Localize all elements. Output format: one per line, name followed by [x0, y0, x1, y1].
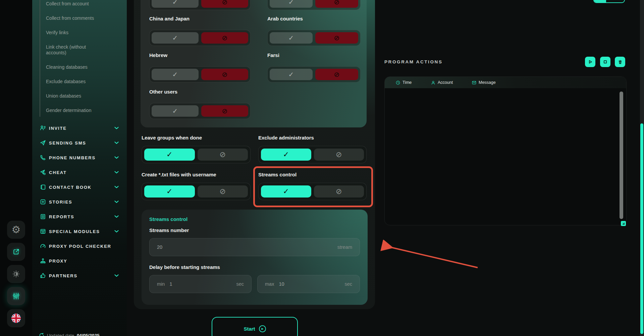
deny-toggle[interactable] — [201, 69, 248, 80]
allow-toggle[interactable] — [270, 69, 313, 80]
submenu-item-union-databases[interactable]: Union databases — [46, 93, 112, 99]
start-button[interactable]: Start — [212, 317, 298, 336]
submenu-item-verify-links[interactable]: Verify links — [46, 30, 112, 36]
sidebar-item-label: PARTNERS — [49, 273, 77, 278]
allow-toggle[interactable] — [152, 69, 199, 80]
chevron-down-icon — [114, 274, 119, 277]
streams-number-label: Streams number — [149, 227, 189, 233]
run-actions-button[interactable] — [585, 57, 595, 67]
deny-toggle[interactable] — [315, 32, 358, 44]
disable-toggle[interactable] — [198, 149, 248, 161]
theme-button[interactable] — [7, 265, 25, 283]
max-value: 10 — [279, 281, 284, 287]
header-toggle[interactable] — [593, 0, 625, 3]
page-scrollbar-thumb[interactable] — [640, 123, 643, 334]
resize-arrow-icon — [622, 222, 625, 225]
deny-toggle[interactable] — [201, 105, 248, 117]
language-label: Other users — [149, 89, 177, 95]
chevron-down-icon — [114, 171, 119, 174]
chevron-down-icon — [114, 201, 119, 203]
chevron-down-icon — [114, 186, 119, 188]
sidebar-menu: INVITE SENDING SMS PHONE NUMBERS CHEAT C — [32, 121, 127, 283]
sidebar-item-sending-sms[interactable]: SENDING SMS — [32, 135, 127, 150]
sidebar-item-contact-book[interactable]: CONTACT BOOK — [32, 180, 127, 194]
settings-card: China and Japan Arab countries Hebrew Fa… — [134, 0, 375, 309]
deny-toggle[interactable] — [315, 69, 358, 80]
prohibit-icon — [222, 35, 228, 41]
prohibit-icon — [222, 0, 228, 5]
account-icon — [431, 80, 435, 85]
chevron-down-icon — [114, 142, 119, 144]
prohibit-icon — [334, 71, 340, 78]
sidebar-item-label: CONTACT BOOK — [49, 185, 92, 190]
toggle-leave-groups — [142, 146, 251, 163]
submenu-item-cleaning-databases[interactable]: Cleaning databases — [46, 64, 112, 70]
external-link-button[interactable] — [7, 243, 25, 261]
column-label: Account — [438, 80, 453, 85]
enable-toggle[interactable] — [261, 185, 311, 198]
clear-actions-button[interactable] — [615, 57, 625, 67]
option-label: Streams control — [258, 172, 297, 177]
sliders-icon — [12, 292, 20, 300]
check-icon — [172, 71, 178, 78]
deny-toggle[interactable] — [201, 32, 248, 44]
stop-actions-button[interactable] — [600, 57, 610, 67]
submenu-item-exclude-databases[interactable]: Exclude databases — [46, 79, 112, 85]
enable-toggle[interactable] — [144, 149, 195, 161]
language-button[interactable] — [7, 309, 25, 327]
allow-toggle[interactable] — [152, 105, 199, 117]
check-icon — [172, 35, 178, 41]
submenu-item-gender-determination[interactable]: Gender determination — [46, 108, 112, 113]
submenu-item-collect-from-account[interactable]: Collect from account — [46, 1, 112, 7]
allow-toggle[interactable] — [270, 0, 313, 8]
deny-toggle[interactable] — [201, 0, 248, 8]
disable-toggle[interactable] — [314, 149, 364, 161]
sidebar-item-stories[interactable]: STORIES — [32, 194, 127, 209]
delay-label: Delay before starting streams — [149, 264, 220, 270]
submenu-item-link-check[interactable]: Link check (without accounts) — [46, 44, 103, 56]
delay-min-input[interactable]: min1 sec — [149, 275, 252, 293]
allow-toggle[interactable] — [152, 0, 199, 8]
settings-button[interactable]: ⚙ — [7, 221, 25, 239]
updated-date: 04/05/2025 — [77, 333, 100, 336]
prohibit-icon — [222, 108, 228, 114]
deny-toggle[interactable] — [315, 0, 358, 8]
annotation-arrow — [376, 240, 483, 272]
network-icon — [40, 258, 46, 264]
sidebar-item-phone-numbers[interactable]: PHONE NUMBERS — [32, 150, 127, 165]
column-label: Message — [479, 80, 496, 85]
submenu-item-collect-from-comments[interactable]: Collect from comments — [46, 15, 112, 21]
sidebar-item-cheat[interactable]: CHEAT — [32, 165, 127, 180]
min-unit: sec — [236, 281, 244, 287]
thumbs-up-icon — [40, 273, 46, 279]
delay-max-input[interactable]: max10 sec — [257, 275, 360, 293]
language-label: Arab countries — [267, 16, 303, 21]
table-scrollbar-thumb[interactable] — [620, 92, 623, 219]
prohibit-icon — [334, 35, 340, 41]
allow-toggle[interactable] — [270, 32, 313, 44]
sidebar-item-partners[interactable]: PARTNERS — [32, 268, 127, 283]
sidebar-item-invite[interactable]: INVITE — [32, 121, 127, 135]
streams-number-unit: stream — [337, 244, 352, 250]
language-toggle-group-hebrew — [149, 66, 251, 82]
sidebar-item-proxy[interactable]: PROXY — [32, 254, 127, 268]
disable-toggle[interactable] — [198, 185, 248, 198]
disable-toggle[interactable] — [314, 185, 364, 198]
language-toggle-group — [149, 0, 251, 10]
filters-button[interactable] — [7, 287, 25, 305]
enable-toggle[interactable] — [261, 149, 311, 161]
program-actions-title: PROGRAM ACTIONS — [384, 59, 443, 64]
sidebar-item-special-modules[interactable]: SPECIAL MODULES — [32, 224, 127, 239]
mail-icon — [472, 80, 476, 85]
play-circle-icon — [259, 325, 266, 332]
enable-toggle[interactable] — [144, 185, 195, 198]
language-label: China and Japan — [149, 16, 190, 21]
streams-number-input[interactable]: 20 stream — [149, 238, 360, 256]
table-resize-handle[interactable] — [621, 221, 626, 226]
sidebar-item-reports[interactable]: REPORTS — [32, 209, 127, 224]
sidebar-item-proxy-pool-checker[interactable]: PROXY POOL CHECKER — [32, 239, 127, 254]
chevron-down-icon — [114, 215, 119, 218]
special-modules-icon — [40, 228, 46, 234]
sidebar-item-label: STORIES — [49, 200, 72, 205]
allow-toggle[interactable] — [152, 32, 199, 44]
